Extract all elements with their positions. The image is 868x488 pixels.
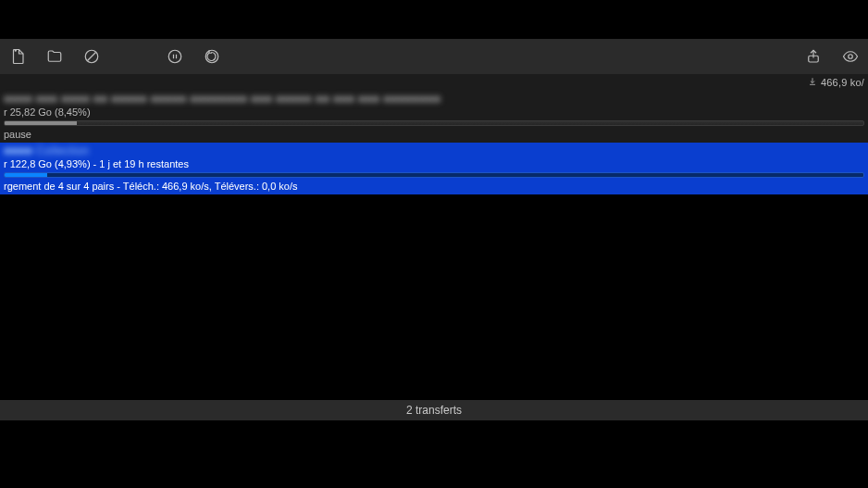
eye-icon[interactable]	[842, 48, 859, 65]
transfer-progress-fill	[5, 121, 77, 125]
toolbar-left	[9, 48, 220, 65]
transfer-status: pause	[4, 128, 864, 141]
pause-all-icon[interactable]	[167, 48, 183, 65]
svg-point-2	[168, 50, 181, 63]
transfer-progress	[4, 120, 864, 126]
transfer-status: rgement de 4 sur 4 pairs - Téléch.: 466,…	[4, 180, 864, 193]
toolbar	[0, 39, 868, 74]
transfer-title: ■■■■ ■■■ ■■■■ ■■ ■■■■■ ■■■■■ ■■■■■■■■ ■■…	[4, 93, 864, 106]
speed-bar: 466,9 ko/	[0, 74, 868, 91]
svg-point-7	[849, 55, 853, 59]
status-bar-text: 2 transferts	[406, 404, 462, 417]
transfer-row[interactable]: ■■■■ ■■■ ■■■■ ■■ ■■■■■ ■■■■■ ■■■■■■■■ ■■…	[0, 91, 868, 143]
toolbar-right	[805, 48, 859, 65]
transfer-list: ■■■■ ■■■ ■■■■ ■■ ■■■■■ ■■■■■ ■■■■■■■■ ■■…	[0, 91, 868, 194]
transfer-row[interactable]: ■■■■ Collection r 122,8 Go (4,93%) - 1 j…	[0, 143, 868, 194]
download-speed-value: 466,9 ko/	[821, 77, 864, 88]
transfer-subtitle: r 25,82 Go (8,45%)	[4, 106, 864, 119]
transfer-title: ■■■■ Collection	[4, 144, 864, 157]
prohibit-icon[interactable]	[83, 48, 100, 65]
transfer-progress-fill	[5, 173, 47, 177]
svg-line-1	[88, 53, 96, 61]
folder-icon[interactable]	[46, 48, 63, 65]
share-icon[interactable]	[805, 48, 822, 65]
transfer-progress	[4, 172, 864, 178]
resume-all-icon[interactable]	[204, 48, 220, 65]
new-document-icon[interactable]	[9, 48, 26, 65]
download-arrow-icon	[808, 77, 817, 88]
status-bar: 2 transferts	[0, 400, 868, 420]
transfer-subtitle: r 122,8 Go (4,93%) - 1 j et 19 h restant…	[4, 157, 864, 170]
